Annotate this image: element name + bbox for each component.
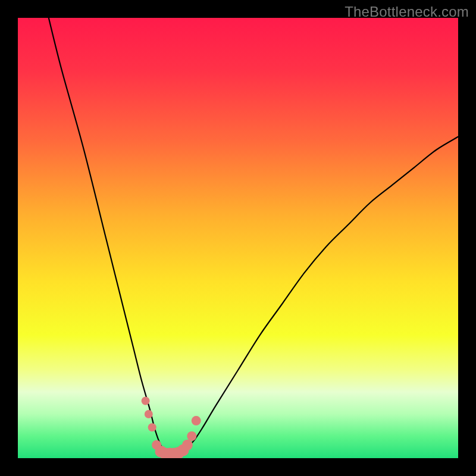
curve-layer [18,18,458,458]
highlight-dot [187,431,196,441]
highlight-dot [145,410,153,418]
bottleneck-curve [49,18,458,454]
plot-area [18,18,458,458]
highlight-dot [142,397,150,405]
chart-frame: TheBottleneck.com [0,0,476,476]
highlight-dots [142,397,201,458]
highlight-dot [148,423,156,431]
highlight-dot [182,440,193,450]
highlight-dot [192,416,201,425]
